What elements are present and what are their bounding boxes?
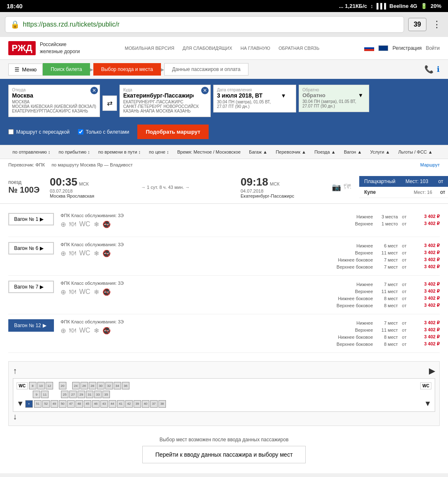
wagon-7-button[interactable]: Вагон № 7 ▶	[8, 281, 54, 293]
sort-benefits[interactable]: Льготы / ФСС ▲	[394, 148, 437, 156]
seat-47[interactable]: 47	[67, 400, 75, 408]
to-input[interactable]	[123, 92, 194, 99]
seat-46[interactable]: 46	[92, 400, 100, 408]
wagon-6-button[interactable]: Вагон № 6 ▶	[8, 242, 54, 254]
kupe-row[interactable]: Купе Мест: 16 от 3 122 ₽	[359, 187, 448, 198]
scheme-up-arrow[interactable]: ↑	[13, 366, 17, 376]
menu-button[interactable]: ☰ Меню	[8, 64, 43, 76]
seat-24[interactable]: 24	[72, 382, 80, 389]
seat-selected[interactable]: ▪	[25, 400, 33, 408]
seat-49[interactable]: 49	[51, 400, 58, 408]
date-dropdown-icon[interactable]: ▼	[281, 93, 286, 99]
seat-48[interactable]: 48	[75, 400, 83, 408]
seat-37[interactable]: 37	[150, 400, 158, 408]
url-bar[interactable]: 🔒 https://pass.rzd.ru/tickets/public/r	[5, 16, 404, 33]
seat-39[interactable]: 39	[134, 400, 141, 408]
flag-ru-icon[interactable]	[364, 45, 374, 51]
register-link[interactable]: Регистрация	[392, 45, 421, 51]
flag-en-icon[interactable]	[378, 45, 388, 51]
sort-departure[interactable]: по отправлению ↕	[8, 148, 54, 156]
continue-button[interactable]: Перейти к вводу данных пассажира и выбор…	[142, 446, 305, 463]
to-clear-button[interactable]: ✕	[201, 87, 209, 94]
seat-31[interactable]: 31	[86, 391, 93, 398]
info-icon[interactable]: ℹ	[437, 65, 440, 74]
return-input[interactable]	[302, 92, 356, 98]
seat-28[interactable]: 28	[89, 382, 96, 389]
seat-45[interactable]: 45	[84, 400, 91, 408]
sort-baggage[interactable]: Багаж ▲	[245, 148, 271, 156]
seat-30[interactable]: 30	[97, 382, 105, 389]
sort-price[interactable]: по цене ↕	[145, 148, 173, 156]
seat-42[interactable]: 42	[125, 400, 133, 408]
phone-icon[interactable]: 📞	[424, 65, 433, 74]
scheme-down-arrow-left[interactable]: ▼	[17, 399, 24, 408]
map-icon[interactable]: 🗺	[343, 183, 351, 192]
platzkart-header[interactable]: Плацкартный Мест: 103 от 3 402 ₽	[359, 176, 448, 187]
date-input[interactable]	[217, 92, 279, 99]
nav-feedback[interactable]: ОБРАТНАЯ СВЯЗЬ	[278, 46, 319, 51]
seat-27[interactable]: 27	[69, 391, 77, 398]
tickets-checkbox[interactable]	[78, 129, 83, 135]
seat-10[interactable]: 10	[37, 382, 45, 389]
nav-home[interactable]: НА ГЛАВНУЮ	[241, 46, 270, 51]
seat-12[interactable]: 12	[46, 382, 53, 389]
route-checkbox-label[interactable]: Маршрут с пересадкой	[8, 129, 70, 135]
sort-duration[interactable]: по времени в пути ↕	[94, 148, 145, 156]
seat-9[interactable]: 9	[33, 391, 40, 398]
nav-accessible[interactable]: ДЛЯ СЛАБОВИДЯЩИХ	[183, 46, 232, 51]
sort-arrival[interactable]: по прибытию ↕	[54, 148, 94, 156]
place-row: Верхнее 11 мест от 3 402 ₽	[331, 249, 440, 256]
food-icon: 🍽	[69, 327, 76, 335]
wagon-12-button[interactable]: Вагон № 12 ▶	[8, 319, 54, 332]
seat-52[interactable]: 52	[42, 400, 50, 408]
route-link[interactable]: Маршрут	[420, 162, 440, 167]
seat-26[interactable]: 26	[80, 382, 88, 389]
seat-29[interactable]: 29	[78, 391, 85, 398]
seat-44[interactable]: 44	[109, 400, 116, 408]
seat-43[interactable]: 43	[100, 400, 108, 408]
scheme-down-arrow-right[interactable]: ▼	[424, 399, 431, 408]
kupe-name: Купе	[364, 189, 406, 195]
sort-trains[interactable]: Поезда ▲	[310, 148, 340, 156]
seat-51[interactable]: 51	[34, 400, 41, 408]
seat-41[interactable]: 41	[117, 400, 124, 408]
seat-25[interactable]: 25	[61, 391, 68, 398]
find-button[interactable]: Подобрать маршрут	[137, 125, 208, 139]
return-field[interactable]: Обратно ▼ 30.04 ПН (завтра), 01.05 ВТ, 2…	[299, 85, 369, 112]
step-1[interactable]: Поиск билета	[43, 63, 90, 76]
from-clear-button[interactable]: ✕	[90, 87, 98, 94]
seat-8[interactable]: 8	[29, 382, 37, 389]
seat-38[interactable]: 38	[158, 400, 166, 408]
wagon-1-button[interactable]: Вагон № 1 ▶	[8, 213, 54, 225]
camera-icon[interactable]: 📷	[332, 183, 341, 192]
wagon-6-details: ФПК Класс обслуживания: 3Э ⊕ 🍽 WC ❄ 🚭	[61, 242, 325, 261]
seat-40[interactable]: 40	[142, 400, 149, 408]
login-link[interactable]: Войти	[426, 45, 440, 51]
browser-menu-icon[interactable]: ⋮	[431, 19, 443, 30]
route-checkbox[interactable]	[8, 129, 14, 135]
from-input[interactable]	[12, 92, 66, 99]
seat-35[interactable]: 35	[102, 391, 110, 398]
wagon-7-class: ФПК Класс обслуживания: 3Э	[61, 281, 325, 286]
seat-20[interactable]: 20	[59, 382, 66, 389]
seat-33[interactable]: 33	[94, 391, 102, 398]
battery-level: 20%	[431, 3, 441, 9]
step-2[interactable]: Выбор поезда и места	[93, 63, 161, 76]
sort-services[interactable]: Услуги ▲	[366, 148, 394, 156]
tab-count[interactable]: 39	[408, 18, 426, 31]
swap-button[interactable]: ⇄	[102, 95, 117, 111]
scheme-right-arrow[interactable]: ▶	[429, 366, 435, 376]
tickets-checkbox-label[interactable]: Только с билетами	[78, 129, 129, 135]
scheme-down-arrow[interactable]: ↓	[13, 412, 17, 421]
sort-wagon[interactable]: Вагон ▲	[340, 148, 366, 156]
sort-carrier[interactable]: Перевозчик ▲	[272, 148, 310, 156]
return-dropdown-icon[interactable]: ▼	[358, 92, 363, 98]
seat-34[interactable]: 34	[114, 382, 121, 389]
sort-time-zone[interactable]: Время: Местное / Московское	[173, 148, 245, 156]
nav-mobile[interactable]: МОБИЛЬНАЯ ВЕРСИЯ	[125, 46, 174, 51]
seat-36[interactable]: 36	[122, 382, 129, 389]
seat-11[interactable]: 11	[41, 391, 49, 398]
seat-32[interactable]: 32	[105, 382, 113, 389]
second-seats: 9 11 25 27 29 31 33 35	[33, 391, 431, 398]
seat-50[interactable]: 50	[59, 400, 66, 408]
